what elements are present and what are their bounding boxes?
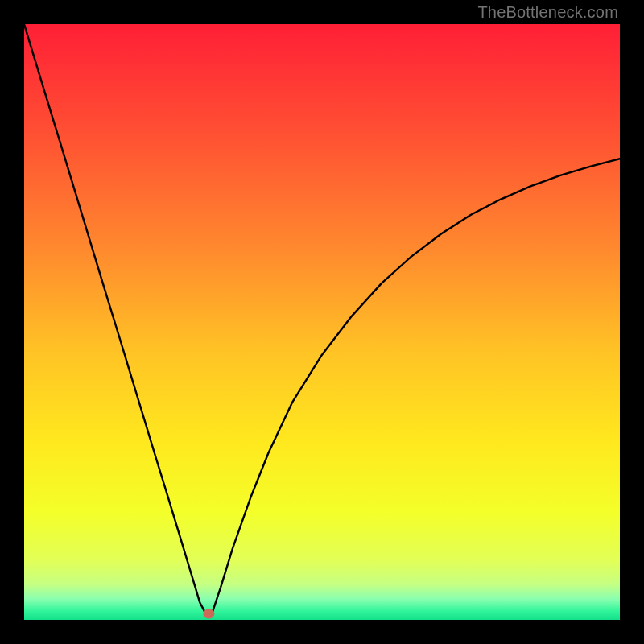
chart-svg <box>24 24 620 620</box>
chart-frame: TheBottleneck.com <box>0 0 644 644</box>
gradient-background <box>24 24 620 620</box>
watermark-text: TheBottleneck.com <box>477 3 618 22</box>
optimal-point-marker <box>203 609 214 619</box>
chart-plot-area <box>24 24 620 620</box>
